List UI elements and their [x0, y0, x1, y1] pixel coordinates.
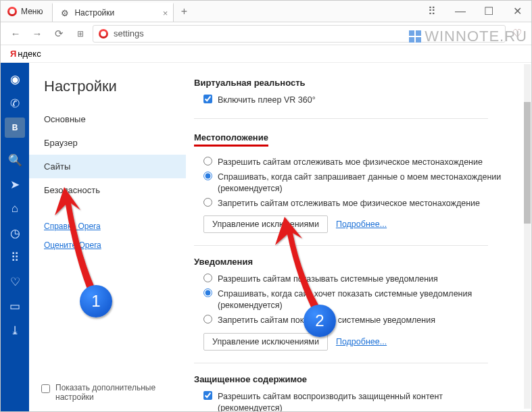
rail-clock-icon[interactable]: ◷ — [1, 221, 29, 245]
rail-snapshot-icon[interactable]: ⌂ — [1, 197, 29, 221]
menu-label: Меню — [21, 7, 43, 16]
annotation-arrow-1 — [51, 184, 118, 306]
vr-checkbox[interactable] — [203, 95, 212, 103]
speed-dial-icon[interactable]: ⊞ — [71, 24, 90, 43]
notif-more-link[interactable]: Подробнее... — [336, 337, 387, 346]
loc-radio-ask[interactable] — [203, 172, 212, 180]
rail-grid-icon[interactable]: ⠿ — [1, 245, 29, 269]
windows-logo-icon — [409, 30, 421, 43]
section-protected-title: Защищенное содержимое — [194, 374, 508, 384]
rail-search-icon[interactable]: 🔍 — [1, 148, 29, 172]
sidebar-item-sites[interactable]: Сайты — [29, 155, 186, 178]
notif-radio-ask[interactable] — [203, 288, 212, 297]
back-icon[interactable]: ← — [6, 24, 25, 43]
yandex-word: ндекс — [18, 49, 41, 59]
reload-icon[interactable]: ⟳ — [49, 24, 68, 43]
maximize-icon[interactable]: ☐ — [475, 1, 503, 22]
forward-icon[interactable]: → — [28, 24, 47, 43]
tab-settings[interactable]: ⚙ Настройки × — [52, 3, 174, 22]
sidebar-item-browser[interactable]: Браузер — [29, 131, 186, 155]
rail-messenger-icon[interactable]: ◉ — [1, 67, 29, 91]
notif-option-allow[interactable]: Разрешить сайтам показывать системные ув… — [203, 274, 508, 285]
notif-radio-allow[interactable] — [203, 274, 212, 282]
notif-option-ask[interactable]: Спрашивать, когда сайт хочет показать си… — [203, 288, 508, 311]
vr-label: Включить плеер VR 360° — [218, 95, 508, 106]
window-controls: ⠿ — ☐ ✕ — [418, 1, 531, 22]
minimize-icon[interactable]: — — [446, 1, 475, 22]
tab-label: Настройки — [74, 8, 114, 18]
show-advanced-checkbox[interactable] — [41, 384, 50, 393]
annotation-arrow-2 — [268, 215, 343, 324]
notif-radio-deny[interactable] — [203, 315, 212, 324]
watermark: WINNOTE.RU — [409, 28, 527, 45]
rail-whatsapp-icon[interactable]: ✆ — [1, 91, 29, 115]
site-identity-icon — [99, 29, 108, 38]
app-menu-button[interactable]: Меню — [1, 1, 49, 22]
loc-radio-allow[interactable] — [203, 157, 212, 165]
loc-option-allow[interactable]: Разрешить сайтам отслеживать мое физичес… — [203, 157, 508, 168]
scrollbar-thumb[interactable] — [524, 102, 531, 224]
prot-checkbox[interactable] — [203, 391, 212, 400]
close-window-icon[interactable]: ✕ — [503, 1, 531, 22]
rail-sep — [1, 140, 29, 148]
section-vr-title: Виртуальная реальность — [194, 78, 508, 88]
yandex-letter: Я — [10, 49, 16, 59]
watermark-text: WINNOTE.RU — [425, 28, 527, 45]
show-advanced-row[interactable]: Показать дополнительные настройки — [29, 374, 186, 411]
loc-option-deny[interactable]: Запретить сайтам отслеживать мое физичес… — [203, 198, 508, 209]
yandex-bar[interactable]: Яндекс — [1, 45, 531, 63]
rail-send-icon[interactable]: ➤ — [1, 172, 29, 197]
prot-option-row[interactable]: Разрешить сайтам воспроизводить защищенн… — [203, 391, 508, 411]
left-rail: ◉ ✆ B 🔍 ➤ ⌂ ◷ ⠿ ♡ ▭ ⤓ — [1, 63, 29, 411]
annotation-badge-2: 2 — [304, 305, 336, 337]
show-advanced-label: Показать дополнительные настройки — [55, 383, 174, 402]
sidebar-item-basic[interactable]: Основные — [29, 107, 186, 131]
vr-option-row[interactable]: Включить плеер VR 360° — [203, 95, 508, 106]
annotation-badge-1: 1 — [80, 285, 112, 317]
section-location-title: Местоположение — [194, 132, 268, 147]
notif-option-deny[interactable]: Запретить сайтам показывать системные ув… — [203, 315, 508, 326]
rail-download-icon[interactable]: ⤓ — [1, 318, 29, 342]
settings-content: Виртуальная реальность Включить плеер VR… — [186, 63, 531, 411]
win-extra-icon[interactable]: ⠿ — [418, 1, 446, 22]
loc-more-link[interactable]: Подробнее... — [336, 220, 387, 229]
close-tab-icon[interactable]: × — [163, 8, 168, 18]
loc-option-ask[interactable]: Спрашивать, когда сайт запрашивает данны… — [203, 172, 508, 195]
opera-logo-icon — [7, 7, 17, 16]
loc-radio-deny[interactable] — [203, 198, 212, 207]
gear-icon: ⚙ — [61, 8, 69, 18]
notif-exceptions-button[interactable]: Управление исключениями — [203, 333, 328, 351]
new-tab-button[interactable]: + — [174, 1, 194, 22]
section-notifications-title: Уведомления — [194, 257, 508, 267]
rail-heart-icon[interactable]: ♡ — [1, 269, 29, 294]
rail-box-icon[interactable]: ▭ — [1, 294, 29, 318]
rail-vk-icon[interactable]: B — [5, 118, 25, 138]
title-bar: Меню ⚙ Настройки × + ⠿ — ☐ ✕ — [1, 1, 531, 22]
address-text: settings — [114, 28, 144, 38]
sidebar-title: Настройки — [29, 78, 186, 107]
